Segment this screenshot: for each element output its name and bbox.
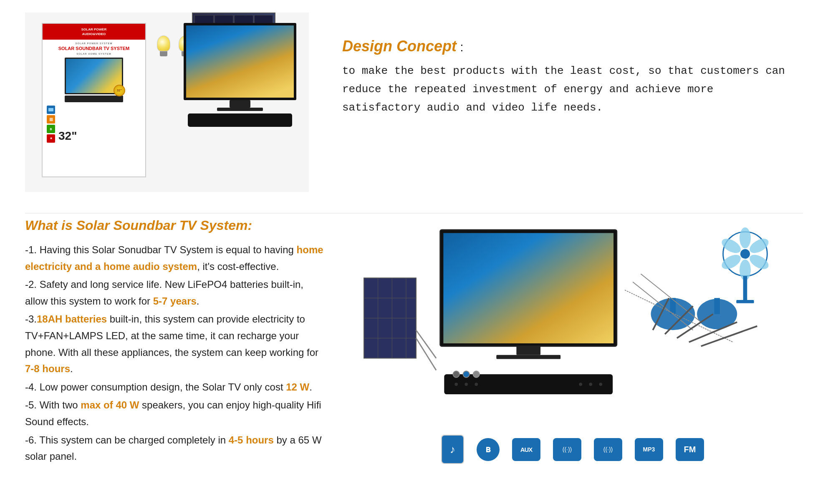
box-main-title: SOLAR SOUNDBAR TV SYSTEM — [58, 45, 130, 51]
box-white: SOLAR POWER SYSTEM SOLAR SOUNDBAR TV SYS… — [43, 40, 145, 176]
svg-point-36 — [463, 371, 470, 377]
feature-6-text-before: -6. This system can be charged completel… — [25, 434, 229, 446]
phone-music-icon: ♪ — [450, 443, 455, 456]
wave-1-icon: ((·)) — [563, 446, 572, 453]
feature-4-highlight: 12 W — [286, 381, 309, 393]
svg-line-34 — [701, 326, 757, 346]
svg-rect-23 — [670, 298, 676, 314]
fm-icon: FM — [684, 445, 696, 454]
design-concept-title-row: Design Concept : — [342, 38, 786, 55]
svg-point-14 — [740, 249, 750, 259]
box-sub-title: SOLAR HOME SYSTEM — [76, 53, 111, 55]
box-icon-solar — [47, 106, 55, 114]
box-icon-extra: ★ — [47, 134, 55, 143]
feature-item-3: -3.18AH batteries built-in, this system … — [25, 311, 326, 377]
svg-point-11 — [579, 383, 582, 386]
svg-point-37 — [473, 371, 480, 377]
svg-point-12 — [589, 383, 592, 386]
feature-item-4: -4. Low power consumption design, the So… — [25, 379, 326, 396]
box-brand: SOLAR POWERAUDIO&VIDEO — [45, 27, 143, 36]
box-icon-bt: ʙ — [47, 125, 55, 133]
mp3-icon: MP3 — [643, 446, 655, 453]
svg-point-8 — [454, 383, 458, 386]
svg-soundbar — [444, 374, 613, 394]
box-side-icons: ▦ ʙ ★ 32" — [47, 106, 77, 143]
feature-6-highlight: 4-5 hours — [229, 434, 274, 446]
feature-3-highlight2: 7-8 hours — [25, 363, 70, 374]
box-icon-usb: ▦ — [47, 115, 55, 123]
svg-point-10 — [475, 383, 478, 386]
box-size-text: 32" — [58, 129, 77, 143]
tv-stand-piece — [230, 100, 250, 108]
diagram-container — [342, 218, 803, 426]
section-title: What is Solar Soundbar TV System: — [25, 218, 326, 233]
product-box: SOLAR POWERAUDIO&VIDEO SOLAR POWER SYSTE… — [42, 23, 146, 177]
icon-mp3: MP3 — [635, 438, 663, 461]
icon-bluetooth: ʙ — [477, 438, 500, 461]
svg-point-9 — [464, 383, 468, 386]
soundbar-unit — [188, 113, 292, 127]
svg-point-13 — [599, 383, 602, 386]
system-diagram-svg — [342, 218, 803, 426]
svg-rect-24 — [714, 298, 719, 314]
section-divider — [25, 213, 803, 214]
box-tv-screen: 32" — [65, 58, 123, 94]
icon-wave-2: ((·)) — [594, 438, 622, 461]
feature-3-highlight1: 18AH batteries — [37, 313, 107, 325]
feature-item-2: -2. Safety and long service life. New Li… — [25, 276, 326, 309]
design-concept-title: Design Concept — [342, 38, 457, 55]
box-red-banner: SOLAR POWERAUDIO&VIDEO — [43, 24, 145, 40]
feature-1-text-before: -1. Having this Solar Sonudbar TV System… — [25, 244, 297, 255]
tv-screen-large — [184, 23, 296, 100]
box-medal: 32" — [114, 85, 125, 96]
device-icons-row: ♪ ʙ AUX ((·)) ((·)) — [433, 435, 712, 464]
feature-item-6: -6. This system can be charged completel… — [25, 432, 326, 465]
box-soundbar — [65, 96, 123, 102]
svg-rect-6 — [516, 346, 540, 355]
feature-4-text-before: -4. Low power consumption design, the So… — [25, 381, 286, 393]
aux-icon: AUX — [520, 446, 533, 453]
icon-fm: FM — [676, 438, 704, 461]
feature-3-text-after: . — [70, 363, 73, 374]
svg-tv-screen — [443, 233, 613, 343]
design-concept-body: to make the best products with the least… — [342, 62, 786, 117]
bottom-section: What is Solar Soundbar TV System: -1. Ha… — [25, 218, 803, 466]
svg-point-35 — [453, 371, 459, 377]
box-small-title: SOLAR POWER SYSTEM — [75, 42, 112, 45]
feature-item-1: -1. Having this Solar Sonudbar TV System… — [25, 242, 326, 275]
product-box-simulation: SOLAR POWERAUDIO&VIDEO SOLAR POWER SYSTE… — [33, 15, 300, 190]
svg-rect-21 — [743, 276, 747, 300]
svg-rect-7 — [496, 355, 560, 359]
feature-1-text-after: , it's cost-effective. — [197, 261, 279, 272]
feature-4-text-after: . — [309, 381, 312, 393]
feature-item-5: -5. With two max of 40 W speakers, you c… — [25, 397, 326, 430]
svg-point-15 — [740, 227, 751, 248]
feature-2-highlight: 5-7 years — [153, 295, 197, 307]
page: SOLAR POWERAUDIO&VIDEO SOLAR POWER SYSTE… — [0, 0, 828, 479]
icon-phone: ♪ — [441, 435, 464, 464]
left-content: What is Solar Soundbar TV System: -1. Ha… — [25, 218, 326, 466]
feature-5-highlight: max of 40 W — [81, 399, 139, 411]
design-concept-colon: : — [457, 40, 464, 54]
design-concept-section: Design Concept : to make the best produc… — [317, 13, 803, 126]
bluetooth-icon: ʙ — [485, 444, 491, 455]
feature-3-prefix: -3. — [25, 313, 37, 325]
product-image-area: SOLAR POWERAUDIO&VIDEO SOLAR POWER SYSTE… — [25, 13, 317, 192]
feature-5-text-before: -5. With two — [25, 399, 81, 411]
wave-2-icon: ((·)) — [603, 446, 613, 453]
right-diagram: ♪ ʙ AUX ((·)) ((·)) — [342, 218, 803, 464]
top-section: SOLAR POWERAUDIO&VIDEO SOLAR POWER SYSTE… — [25, 13, 803, 192]
icon-wave-1: ((·)) — [553, 438, 581, 461]
tv-base-piece — [217, 108, 263, 111]
product-image: SOLAR POWERAUDIO&VIDEO SOLAR POWER SYSTE… — [25, 13, 309, 192]
tv-unit-image — [184, 23, 296, 127]
feature-2-text-after: . — [197, 295, 199, 307]
svg-rect-22 — [736, 300, 754, 303]
bulb-1 — [157, 35, 170, 56]
icon-aux: AUX — [512, 438, 540, 461]
